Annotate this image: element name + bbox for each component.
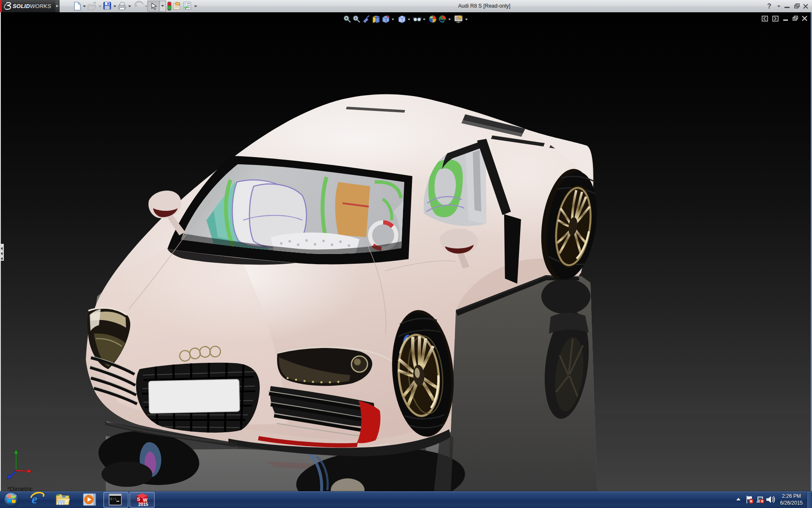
svg-text:*Dimetric: *Dimetric	[7, 485, 33, 491]
svg-text:S: S	[137, 497, 140, 502]
svg-text:?: ?	[767, 3, 771, 10]
svg-text:2015: 2015	[138, 502, 148, 507]
svg-text:C:\: C:\	[110, 497, 117, 501]
